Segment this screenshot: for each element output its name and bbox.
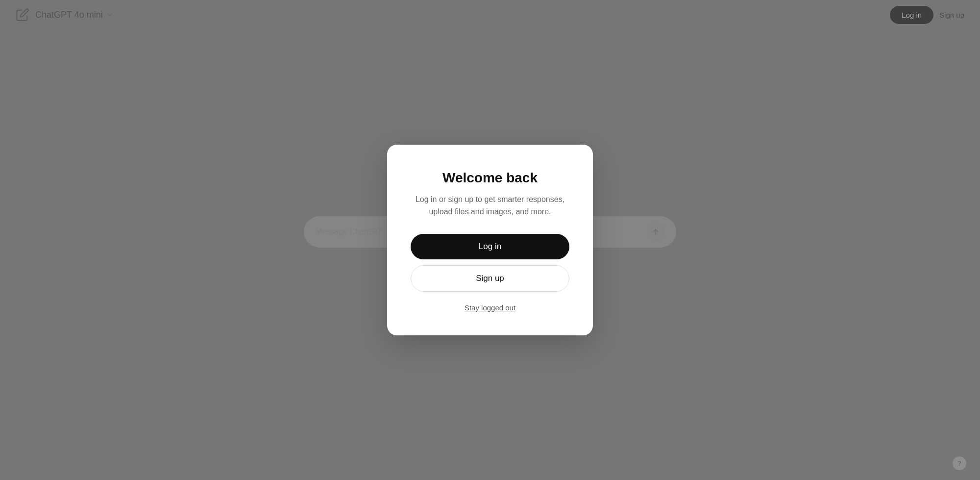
modal-signup-button[interactable]: Sign up	[411, 265, 569, 292]
help-button[interactable]: ?	[953, 456, 966, 470]
modal-login-button[interactable]: Log in	[411, 234, 569, 259]
stay-logged-out-button[interactable]: Stay logged out	[465, 303, 515, 312]
modal-subtitle: Log in or sign up to get smarter respons…	[411, 194, 569, 218]
modal-title: Welcome back	[442, 170, 538, 186]
background-page: ChatGPT 4o mini Log in Sign up Message C…	[0, 0, 980, 480]
modal-overlay[interactable]: Welcome back Log in or sign up to get sm…	[0, 0, 980, 480]
welcome-modal: Welcome back Log in or sign up to get sm…	[387, 145, 593, 335]
